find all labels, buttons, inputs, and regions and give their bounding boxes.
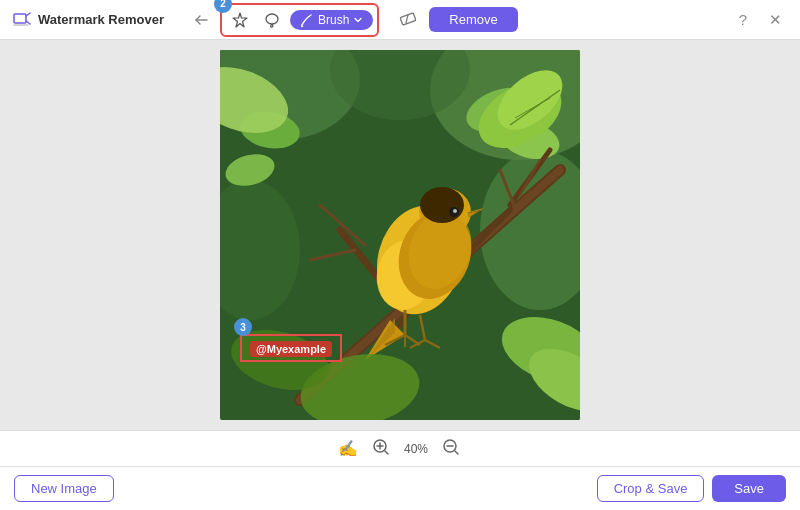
svg-line-7 <box>406 15 408 23</box>
zoom-level: 40% <box>404 442 428 456</box>
title-bar: Watermark Remover 2 <box>0 0 800 40</box>
footer-right: Crop & Save Save <box>597 475 786 502</box>
svg-point-5 <box>266 14 278 24</box>
bird-image: 3 @Myexample <box>220 50 580 420</box>
main-area: 3 @Myexample <box>0 40 800 430</box>
new-image-button[interactable]: New Image <box>14 475 114 502</box>
star-tool-button[interactable] <box>226 7 254 33</box>
footer-left: New Image <box>14 475 114 502</box>
app-logo: Watermark Remover <box>12 10 164 30</box>
title-bar-right: ? ✕ <box>733 9 788 31</box>
eraser-button[interactable] <box>391 5 425 34</box>
help-button[interactable]: ? <box>733 9 753 30</box>
svg-point-42 <box>453 209 457 213</box>
footer-bar: New Image Crop & Save Save <box>0 466 800 510</box>
svg-rect-0 <box>14 14 26 23</box>
image-container: 3 @Myexample <box>220 50 580 420</box>
lasso-tool-button[interactable] <box>258 7 286 33</box>
svg-line-59 <box>385 451 388 454</box>
hand-icon[interactable]: ✍ <box>338 439 358 458</box>
zoom-bar: ✍ 40% <box>0 430 800 466</box>
save-button[interactable]: Save <box>712 475 786 502</box>
svg-marker-4 <box>233 13 247 27</box>
watermark-badge: 3 <box>234 318 252 336</box>
zoom-out-button[interactable] <box>440 436 462 462</box>
watermark-selection[interactable]: 3 @Myexample <box>240 334 342 362</box>
svg-point-40 <box>420 187 464 223</box>
app-logo-icon <box>12 10 32 30</box>
app-title: Watermark Remover <box>38 12 164 27</box>
tool-group: 2 <box>220 3 379 37</box>
close-button[interactable]: ✕ <box>763 9 788 31</box>
toolbar-section: 2 <box>188 3 518 37</box>
watermark-text: @Myexample <box>250 341 332 357</box>
zoom-in-button[interactable] <box>370 436 392 462</box>
remove-button[interactable]: Remove <box>429 7 517 32</box>
crop-save-button[interactable]: Crop & Save <box>597 475 705 502</box>
svg-line-62 <box>455 451 458 454</box>
back-button[interactable] <box>188 8 216 32</box>
bird-scene-svg <box>220 50 580 420</box>
brush-tool-button[interactable]: Brush <box>290 10 373 30</box>
title-bar-left: Watermark Remover 2 <box>12 3 518 37</box>
